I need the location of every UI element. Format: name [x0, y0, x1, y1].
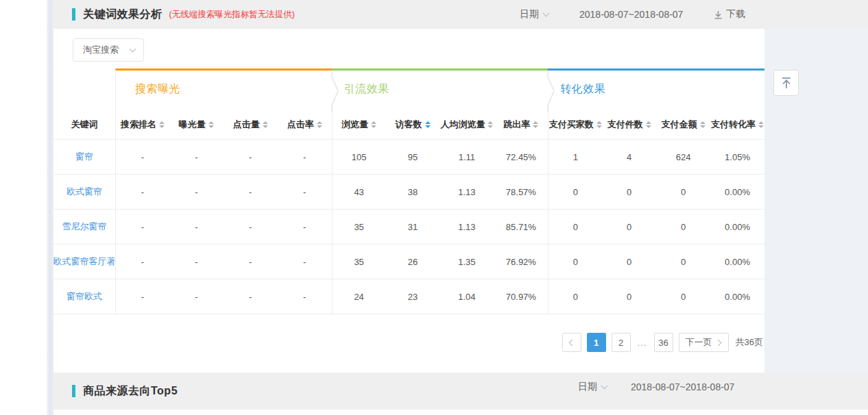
column-header-label: 曝光量	[179, 118, 206, 131]
sort-icon[interactable]	[317, 121, 322, 128]
column-header[interactable]: 支付转化率	[710, 110, 764, 140]
sort-icon[interactable]	[159, 121, 165, 128]
table-cell: 24	[332, 279, 386, 314]
sort-icon[interactable]	[596, 121, 602, 128]
sort-icon[interactable]	[487, 121, 493, 128]
left-gutter-divider	[47, 0, 53, 415]
sort-icon[interactable]	[425, 121, 431, 128]
table-cell: 0.00%	[710, 175, 764, 210]
table-cell: 0	[656, 210, 710, 244]
table-cell: 0	[656, 279, 710, 314]
pagination: 1 2 ... 36 下一页 共36页	[562, 333, 763, 352]
page-button-36[interactable]: 36	[654, 333, 673, 352]
back-to-top-icon	[780, 76, 793, 90]
column-header[interactable]: 访客数	[386, 110, 440, 140]
table-cell: -	[224, 244, 278, 279]
column-header[interactable]: 点击率	[278, 110, 332, 140]
table-cell: -	[278, 279, 332, 314]
keyword-link[interactable]: 窗帘欧式	[53, 279, 115, 314]
column-header[interactable]: 搜索排名	[115, 110, 169, 140]
chevron-right-icon	[714, 339, 721, 346]
table-cell: 26	[386, 244, 440, 279]
column-header[interactable]: 支付件数	[602, 110, 656, 140]
prev-page-button[interactable]	[562, 333, 581, 352]
keyword-link[interactable]: 雪尼尔窗帘	[53, 210, 115, 244]
chevron-left-icon	[569, 339, 576, 346]
table-cell: 85.71%	[494, 210, 548, 244]
date-filter-trigger[interactable]: 日期	[578, 373, 607, 401]
date-range-value[interactable]: 2018-08-07~2018-08-07	[631, 373, 734, 401]
column-header[interactable]: 跳出率	[494, 110, 548, 140]
table-cell: 0.00%	[710, 210, 764, 244]
sort-icon[interactable]	[263, 121, 268, 128]
group-header-conversion-effect: 转化效果	[548, 68, 764, 110]
next-page-button[interactable]: 下一页	[679, 333, 729, 352]
column-header[interactable]: 支付金额	[656, 110, 710, 140]
table-cell: -	[278, 175, 332, 210]
total-pages-label: 共36页	[736, 336, 763, 349]
table-cell: 1.05%	[710, 140, 764, 175]
table-cell: -	[169, 175, 224, 210]
page: 关键词效果分析 (无线端搜索曝光指标暂无法提供) 日期 2018-08-07~2…	[0, 0, 868, 415]
table-cell: 0	[602, 244, 656, 279]
top-band: 关键词效果分析 (无线端搜索曝光指标暂无法提供) 日期 2018-08-07~2…	[53, 0, 868, 29]
chevron-down-icon	[130, 45, 136, 52]
column-header-label: 关键词	[71, 118, 98, 131]
page-button-2[interactable]: 2	[612, 333, 631, 352]
table-cell: 1	[548, 140, 602, 175]
table-cell: -	[115, 175, 169, 210]
next-card-top-strip	[53, 410, 868, 415]
sort-icon[interactable]	[208, 121, 214, 128]
table-cell: -	[278, 244, 332, 279]
keyword-link[interactable]: 欧式窗帘客厅著	[53, 244, 115, 279]
column-header[interactable]: 曝光量	[169, 110, 224, 140]
download-label: 下载	[726, 8, 745, 21]
keyword-link[interactable]: 窗帘	[53, 140, 115, 175]
column-header[interactable]: 人均浏览量	[439, 110, 494, 140]
sort-icon[interactable]	[371, 121, 376, 128]
channel-select-value: 淘宝搜索	[83, 44, 123, 56]
group-header-spacer	[53, 68, 115, 110]
table-cell: -	[278, 140, 332, 175]
table-cell: 70.97%	[494, 279, 548, 314]
channel-select[interactable]: 淘宝搜索	[73, 38, 144, 62]
date-filter-trigger[interactable]: 日期	[520, 0, 548, 29]
section-title-block: 商品来源去向Top5	[72, 373, 178, 410]
download-icon	[714, 10, 723, 19]
table-cell: 1.04	[439, 279, 494, 314]
column-header-label: 人均浏览量	[440, 118, 485, 131]
group-title: 转化效果	[548, 71, 764, 97]
next-page-label: 下一页	[686, 336, 712, 349]
table-cell: 43	[332, 175, 386, 210]
table-cell: 1.13	[439, 210, 494, 244]
group-header-traffic-effect: 引流效果	[332, 68, 548, 110]
table-cell: 0	[602, 279, 656, 314]
date-range-value[interactable]: 2018-08-07~2018-08-07	[579, 0, 683, 29]
title-accent-bar	[72, 8, 75, 21]
back-to-top-button[interactable]	[773, 70, 799, 96]
date-filter-label: 日期	[578, 381, 597, 393]
table-cell: 105	[332, 140, 386, 175]
table-cell: 0	[548, 244, 602, 279]
chevron-down-icon	[543, 10, 550, 16]
table-cell: 95	[386, 140, 440, 175]
table-cell: 35	[332, 210, 386, 244]
column-header-label: 支付金额	[662, 118, 697, 131]
table-cell: -	[169, 140, 224, 175]
sort-icon[interactable]	[758, 121, 764, 128]
column-header[interactable]: 浏览量	[332, 110, 386, 140]
column-header[interactable]: 支付买家数	[548, 110, 602, 140]
content-area: 关键词效果分析 (无线端搜索曝光指标暂无法提供) 日期 2018-08-07~2…	[53, 0, 868, 415]
sort-icon[interactable]	[646, 121, 651, 128]
keyword-link[interactable]: 欧式窗帘	[53, 175, 115, 210]
title-accent-bar	[72, 385, 75, 397]
page-title: 关键词效果分析	[83, 8, 162, 22]
sort-icon[interactable]	[700, 121, 706, 128]
section-title-block: 关键词效果分析 (无线端搜索曝光指标暂无法提供)	[72, 0, 295, 29]
sort-icon[interactable]	[533, 121, 538, 128]
column-header[interactable]: 点击量	[224, 110, 278, 140]
table-cell: 35	[332, 244, 386, 279]
page-button-1[interactable]: 1	[587, 333, 606, 352]
table-cell: 0	[656, 244, 710, 279]
download-button[interactable]: 下载	[714, 0, 745, 29]
